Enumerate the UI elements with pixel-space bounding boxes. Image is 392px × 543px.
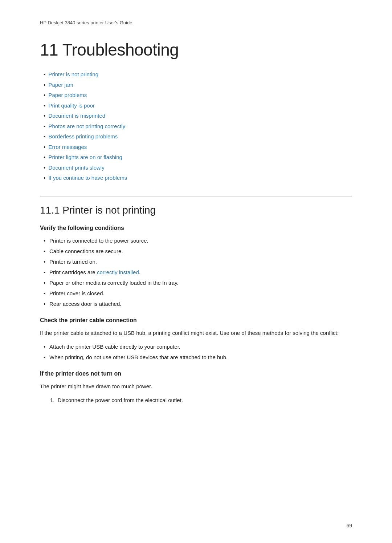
toc-link-9[interactable]: Printer lights are on or flashing bbox=[48, 154, 122, 160]
toc-link-6[interactable]: Photos are not printing correctly bbox=[48, 123, 125, 129]
cable-list: Attach the printer USB cable directly to… bbox=[44, 343, 352, 362]
cable-item-1: Attach the printer USB cable directly to… bbox=[44, 343, 352, 351]
toc-link-1[interactable]: Printer is not printing bbox=[48, 71, 98, 77]
page-number: 69 bbox=[346, 523, 352, 528]
toc-item-3: Paper problems bbox=[44, 91, 352, 100]
toc-list: Printer is not printing Paper jam Paper … bbox=[44, 70, 352, 182]
cable-body: If the printer cable is attached to a US… bbox=[40, 329, 352, 337]
toc-item-9: Printer lights are on or flashing bbox=[44, 153, 352, 162]
toc-link-4[interactable]: Print quality is poor bbox=[48, 102, 95, 109]
toc-item-11: If you continue to have problems bbox=[44, 174, 352, 182]
toc-item-10: Document prints slowly bbox=[44, 164, 352, 172]
toc-link-7[interactable]: Borderless printing problems bbox=[48, 133, 118, 139]
cable-heading: Check the printer cable connection bbox=[40, 317, 352, 324]
toc-item-6: Photos are not printing correctly bbox=[44, 122, 352, 131]
power-step-1: 1. Disconnect the power cord from the el… bbox=[50, 396, 352, 405]
power-steps: 1. Disconnect the power cord from the el… bbox=[50, 396, 352, 405]
verify-item-1: Printer is connected to the power source… bbox=[44, 236, 352, 245]
section-divider bbox=[40, 196, 352, 196]
toc-item-5: Document is misprinted bbox=[44, 112, 352, 120]
toc-link-2[interactable]: Paper jam bbox=[48, 82, 73, 88]
toc-item-1: Printer is not printing bbox=[44, 70, 352, 79]
toc-link-11[interactable]: If you continue to have problems bbox=[48, 175, 127, 181]
verify-heading: Verify the following conditions bbox=[40, 225, 352, 231]
verify-item-3: Printer is turned on. bbox=[44, 258, 352, 266]
toc-link-5[interactable]: Document is misprinted bbox=[48, 113, 105, 119]
verify-list: Printer is connected to the power source… bbox=[44, 236, 352, 308]
toc-link-3[interactable]: Paper problems bbox=[48, 92, 87, 98]
toc-link-8[interactable]: Error messages bbox=[48, 144, 87, 150]
chapter-title-text: Troubleshooting bbox=[62, 40, 179, 59]
verify-item-6: Printer cover is closed. bbox=[44, 289, 352, 298]
cable-item-2: When printing, do not use other USB devi… bbox=[44, 353, 352, 362]
page-container: HP Deskjet 3840 series printer User's Gu… bbox=[0, 0, 392, 543]
verify-item-7: Rear access door is attached. bbox=[44, 300, 352, 308]
toc-link-10[interactable]: Document prints slowly bbox=[48, 165, 104, 171]
verify-item-5: Paper or other media is correctly loaded… bbox=[44, 279, 352, 287]
verify-item-4: Print cartridges are correctly installed… bbox=[44, 268, 352, 277]
toc-item-7: Borderless printing problems bbox=[44, 133, 352, 141]
section-11-1-title: 11.1 Printer is not printing bbox=[40, 204, 352, 216]
power-body: The printer might have drawn too much po… bbox=[40, 382, 352, 391]
correctly-installed-link[interactable]: correctly installed bbox=[97, 269, 139, 275]
chapter-number: 11 bbox=[40, 40, 58, 59]
toc-item-2: Paper jam bbox=[44, 81, 352, 89]
power-heading: If the printer does not turn on bbox=[40, 370, 352, 377]
verify-item-2: Cable connections are secure. bbox=[44, 247, 352, 256]
toc-item-4: Print quality is poor bbox=[44, 102, 352, 110]
chapter-title: 11 Troubleshooting bbox=[40, 40, 352, 60]
toc-item-8: Error messages bbox=[44, 143, 352, 151]
breadcrumb: HP Deskjet 3840 series printer User's Gu… bbox=[40, 20, 352, 25]
